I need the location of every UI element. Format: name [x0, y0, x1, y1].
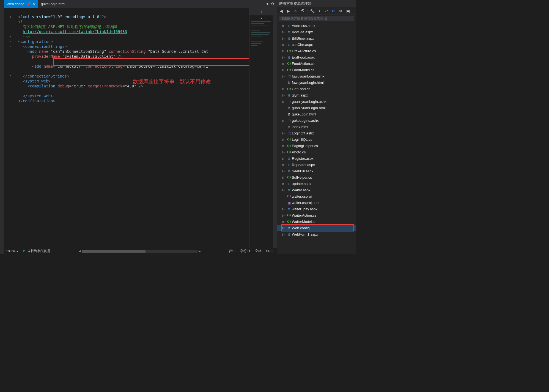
expand-chevron-icon[interactable]: ▷ — [282, 214, 286, 217]
indentation-mode[interactable]: 空格 — [253, 249, 264, 253]
tree-item-waiter-aspx[interactable]: ▷⊕Waiter.aspx — [277, 187, 356, 193]
expand-chevron-icon[interactable]: ▷ — [282, 24, 286, 27]
tree-item-waiter-csproj-user[interactable]: ▣waiter.csproj.user — [277, 200, 356, 206]
expand-chevron-icon[interactable]: ▷ — [282, 182, 286, 185]
expand-chevron-icon[interactable]: ▷ — [282, 144, 286, 147]
tab-web-config[interactable]: Web.config 📌 ✕ — [4, 0, 38, 8]
tree-item-index-html[interactable]: 🗎index.html — [277, 124, 356, 130]
tree-item-waiteraction-cs[interactable]: ▷C#WaiterAction.cs — [277, 212, 356, 219]
expand-chevron-icon[interactable]: ▷ — [282, 176, 286, 179]
nav-forward-icon[interactable]: ▶ — [286, 9, 291, 13]
fold-icon[interactable]: ⊟ — [10, 14, 11, 19]
tree-item-loginoff-ashx[interactable]: ▷⬚LoginOff.ashx — [277, 130, 356, 136]
editor-horizontal-scrollbar[interactable]: ◀ ▶ — [53, 250, 227, 253]
expand-chevron-icon[interactable]: ▷ — [282, 49, 286, 53]
collapse-all-icon[interactable]: ⧉ — [338, 9, 343, 13]
tree-item-editfood-aspx[interactable]: ▷⊕EditFood.aspx — [277, 54, 356, 60]
help-link[interactable]: http://go.microsoft.com/fwlink/?LinkId=1… — [23, 29, 127, 34]
expand-chevron-icon[interactable]: ▷ — [282, 100, 286, 103]
tree-item-loginsql-cs[interactable]: ▷C#LoginSQL.cs — [277, 136, 356, 143]
expand-chevron-icon[interactable]: ▷ — [282, 56, 286, 59]
expand-chevron-icon[interactable]: ▷ — [282, 151, 286, 154]
minimap[interactable]: ▲ — [249, 15, 273, 248]
search-input[interactable] — [279, 16, 354, 21]
tree-item-guanliyuanlogin-html[interactable]: 🗎guanliyuanLogin.html — [277, 105, 356, 111]
expand-chevron-icon[interactable]: ▷ — [282, 170, 286, 173]
sync-active-doc-icon[interactable]: 🗗 — [300, 9, 305, 13]
cursor-line[interactable]: 行: 1 — [227, 249, 238, 253]
expand-chevron-icon[interactable]: ▷ — [282, 68, 286, 71]
scroll-left-icon[interactable]: ◀ — [79, 250, 81, 253]
tree-item-glym-aspx[interactable]: ▷⊕glym.aspx — [277, 92, 356, 98]
tree-item-webform1-aspx[interactable]: ▷⊕WebForm1.aspx — [277, 231, 356, 238]
fold-icon[interactable]: ⊟ — [10, 74, 11, 79]
tree-item-waitermodel-cs[interactable]: ▷C#WaiterModel.cs — [277, 219, 356, 225]
pin-icon[interactable]: 📌 — [27, 2, 31, 6]
tab-settings-gear-icon[interactable]: ⚙ — [271, 2, 274, 6]
editor-vertical-scrollbar[interactable] — [273, 8, 277, 248]
tree-item-photo-cs[interactable]: ▷C#Photo.cs — [277, 149, 356, 155]
expand-chevron-icon[interactable]: ▷ — [282, 119, 286, 122]
tree-item-seekbill-aspx[interactable]: ▷⊕SeekBill.aspx — [277, 168, 356, 174]
tree-item-sqlhelper-cs[interactable]: ▷C#SqlHelper.cs — [277, 174, 356, 181]
tree-item-canche-aspx[interactable]: ▷⊕canChe.aspx — [277, 42, 356, 48]
comment-text: 有关如何配置 ASP.NET 应用程序的详细信息，请访问 — [18, 24, 117, 29]
code-editor[interactable]: <?xml version="1.0" encoding="utf-8"?> <… — [17, 8, 249, 248]
tree-item-fuwuyuanlogin-html[interactable]: 🗎fuwuyuanLogin.html — [277, 79, 356, 86]
fold-icon[interactable]: ⊟ — [10, 44, 11, 49]
undo-icon[interactable]: ↶ — [324, 9, 329, 13]
tree-item-gukelogin-html[interactable]: 🗎gukeLogin.html — [277, 111, 356, 117]
tree-item-repeater-aspx[interactable]: ▷⊕Repeater.aspx — [277, 162, 356, 168]
solution-explorer-tree[interactable]: ▷⊕Addresss.aspx▷⊕AddSite.aspx▷⊕BillShow.… — [277, 22, 356, 254]
scroll-right-icon[interactable]: ▶ — [199, 250, 201, 253]
expand-chevron-icon[interactable]: ▷ — [282, 43, 286, 46]
split-horizontal-icon[interactable]: ⇕ — [249, 8, 273, 15]
expand-chevron-icon[interactable]: ▷ — [282, 87, 286, 90]
expand-chevron-icon[interactable]: ▷ — [282, 31, 286, 34]
expand-chevron-icon[interactable]: ▷ — [282, 37, 286, 40]
tree-item-guanliyuanlogin-ashx[interactable]: ▷⬚guanliyuanLogin.ashx — [277, 98, 356, 105]
tree-item-getfood-cs[interactable]: ▷C#GetFood.cs — [277, 86, 356, 92]
expand-chevron-icon[interactable]: ▷ — [282, 132, 286, 135]
expand-chevron-icon[interactable]: ▷ — [282, 157, 286, 160]
zoom-level[interactable]: 108 %▼ — [4, 249, 21, 253]
tree-item-waiter-csproj[interactable]: C♯waiter.csproj — [277, 193, 356, 200]
tree-item-waiter_pay-aspx[interactable]: ▷⊕waiter_pay.aspx — [277, 206, 356, 212]
wrench-icon[interactable]: 🔧 — [310, 9, 315, 13]
refresh-icon[interactable]: ⟳ — [331, 9, 336, 13]
tree-item-drawpicture-cs[interactable]: ▷C#DrawPicture.cs — [277, 48, 356, 54]
expand-chevron-icon[interactable]: ▷ — [282, 227, 286, 230]
expand-chevron-icon[interactable]: ▷ — [282, 220, 286, 223]
nav-back-icon[interactable]: ◀ — [279, 9, 284, 13]
line-ending-mode[interactable]: CRLF — [264, 249, 277, 253]
tree-item-register-aspx[interactable]: ▷⊕Register.aspx — [277, 155, 356, 162]
expand-chevron-icon[interactable]: ▷ — [282, 163, 286, 166]
tree-item-update-aspx[interactable]: ▷⊕update.aspx — [277, 181, 356, 187]
cursor-char[interactable]: 字符: 1 — [238, 249, 252, 253]
chevron-down-icon[interactable]: ▾ — [317, 9, 322, 13]
home-icon[interactable]: ⌂ — [293, 9, 298, 13]
tree-item-paginghelper-cs[interactable]: ▷C#PagingHelper.cs — [277, 143, 356, 149]
issues-indicator[interactable]: ⊘ 未找到相关问题 — [21, 249, 53, 253]
expand-chevron-icon[interactable]: ▷ — [282, 189, 286, 192]
expand-chevron-icon[interactable]: ▷ — [282, 75, 286, 78]
fold-icon[interactable]: ⊟ — [10, 34, 11, 39]
fold-icon[interactable]: ⊟ — [10, 39, 11, 44]
tree-item-gukelogins-ashx[interactable]: ▷⬚gukeLogins.ashx — [277, 117, 356, 124]
tab-gukelogin-html[interactable]: gukeLogin.html — [38, 0, 68, 8]
expand-chevron-icon[interactable]: ▷ — [282, 138, 286, 141]
tree-item-billshow-aspx[interactable]: ▷⊕BillShow.aspx — [277, 35, 356, 42]
tab-overflow-dropdown[interactable]: ▼ — [266, 2, 269, 5]
tree-item-foodmodel-cs[interactable]: ▷C#FoodModel.cs — [277, 67, 356, 73]
expand-chevron-icon[interactable]: ▷ — [282, 62, 286, 65]
expand-chevron-icon[interactable]: ▷ — [282, 208, 286, 211]
tree-item-fuwuyuanlogin-ashx[interactable]: ▷⬚fuwuyuanLogin.ashx — [277, 73, 356, 79]
tree-item-addresss-aspx[interactable]: ▷⊕Addresss.aspx — [277, 23, 356, 29]
tree-item-web-config[interactable]: ▷🗎Web.config — [277, 225, 356, 231]
expand-chevron-icon[interactable]: ▷ — [282, 94, 286, 97]
properties-icon[interactable]: ▣ — [345, 9, 350, 13]
expand-chevron-icon[interactable]: ▷ — [282, 233, 286, 236]
tree-item-foodaction-cs[interactable]: ▷C#FoodAction.cs — [277, 60, 356, 67]
tree-item-addsite-aspx[interactable]: ▷⊕AddSite.aspx — [277, 29, 356, 35]
close-icon[interactable]: ✕ — [32, 2, 35, 6]
